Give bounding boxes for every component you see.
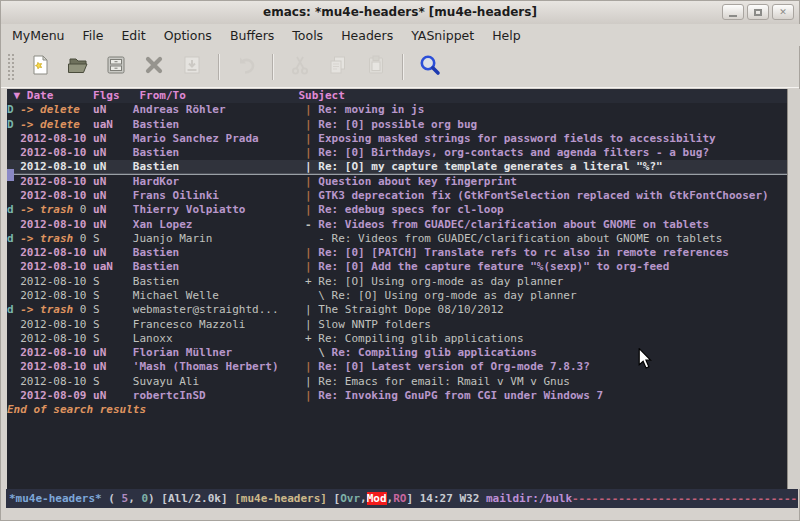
message-row[interactable]: 2012-08-09 uN robertcInSD | Re: Invoking… bbox=[7, 389, 787, 403]
message-row[interactable]: d -> trash 0 uN Thierry Volpiatto | Re: … bbox=[7, 203, 787, 217]
minimize-icon bbox=[729, 15, 737, 17]
modeline-segment: ) bbox=[148, 492, 161, 505]
message-row[interactable]: 2012-08-10 uN 'Mash (Thomas Herbert) | R… bbox=[7, 360, 787, 374]
message-row[interactable]: D -> delete uN Andreas Röhler | Re: movi… bbox=[7, 103, 787, 117]
emacs-window: emacs: *mu4e-headers* [mu4e-headers] ✕ M… bbox=[0, 0, 800, 521]
menu-item-options[interactable]: Options bbox=[155, 26, 221, 45]
search-button[interactable] bbox=[416, 53, 444, 81]
message-row[interactable]: d -> trash 0 S Juanjo Marin - Re: Videos… bbox=[7, 232, 787, 246]
save-button[interactable] bbox=[102, 53, 130, 81]
menu-item-file[interactable]: File bbox=[74, 26, 113, 45]
modeline-segment: Ovr bbox=[340, 492, 360, 505]
header-line: ▼ Date Flgs From/To Subject bbox=[7, 89, 787, 103]
modeline-segment: Mod bbox=[367, 492, 387, 505]
modeline-segment: *mu4e-headers* bbox=[9, 492, 102, 505]
message-row[interactable]: 2012-08-10 S Lanoxx + Re: Compiling glib… bbox=[7, 332, 787, 346]
save-as-icon bbox=[180, 53, 204, 81]
menu-item-headers[interactable]: Headers bbox=[332, 26, 402, 45]
mode-line: *mu4e-headers* ( 5, 0) [All/2.0k] [mu4e-… bbox=[6, 489, 798, 508]
menu-item-edit[interactable]: Edit bbox=[112, 26, 154, 45]
vertical-scrollbar[interactable] bbox=[787, 89, 800, 489]
message-row[interactable]: 2012-08-10 uN Mario Sanchez Prada | Expo… bbox=[7, 132, 787, 146]
cut-icon bbox=[288, 53, 312, 81]
modeline-segment: [All/2.0k] bbox=[161, 492, 234, 505]
modeline-segment: , bbox=[128, 492, 141, 505]
modeline-segment: ( bbox=[102, 492, 122, 505]
new-file-button[interactable] bbox=[26, 53, 54, 81]
modeline-segment: ] bbox=[406, 492, 419, 505]
message-row[interactable]: 2012-08-10 uN Bastien | Re: [0] [PATCH] … bbox=[7, 246, 787, 260]
menu-bar: MyMenuFileEditOptionsBuffersToolsHeaders… bbox=[1, 24, 800, 46]
modeline-segment: RO bbox=[393, 492, 406, 505]
modeline-segment: -------------------------------------- bbox=[572, 492, 798, 505]
menu-item-yasnippet[interactable]: YASnippet bbox=[402, 26, 483, 45]
message-row[interactable]: 2012-08-10 uN Bastien | Re: [0] Birthday… bbox=[7, 146, 787, 160]
text-cursor bbox=[7, 169, 14, 181]
toolbar-separator bbox=[272, 54, 274, 80]
close-icon: ✕ bbox=[779, 1, 787, 23]
modeline-segment: 14:27 W32 bbox=[420, 492, 486, 505]
save-icon bbox=[104, 53, 128, 81]
paste-icon bbox=[364, 53, 388, 81]
message-row[interactable]: D -> delete uaN Bastien | Re: [0] possib… bbox=[7, 118, 787, 132]
open-folder-icon bbox=[66, 53, 90, 81]
maximize-button[interactable] bbox=[747, 4, 769, 20]
menu-item-buffers[interactable]: Buffers bbox=[221, 26, 283, 45]
message-row[interactable]: 2012-08-10 uaN Bastien | Re: [0] Add the… bbox=[7, 260, 787, 274]
toolbar-separator bbox=[402, 54, 404, 80]
message-list: ▼ Date Flgs From/To Subject D -> delete … bbox=[7, 89, 787, 489]
message-row[interactable]: 2012-08-10 uN Florian Müllner \ Re: Comp… bbox=[7, 346, 787, 360]
toolbar-grip[interactable] bbox=[7, 53, 15, 81]
undo-button bbox=[232, 53, 260, 81]
copy-button bbox=[324, 53, 352, 81]
close-button[interactable]: ✕ bbox=[772, 4, 794, 20]
undo-icon bbox=[234, 53, 258, 81]
copy-icon bbox=[326, 53, 350, 81]
close-file-icon bbox=[142, 53, 166, 81]
search-icon bbox=[418, 53, 442, 81]
window-controls: ✕ bbox=[722, 4, 794, 20]
save-as-button bbox=[178, 53, 206, 81]
menu-item-help[interactable]: Help bbox=[483, 26, 530, 45]
end-of-results: End of search results bbox=[7, 403, 787, 417]
window-title: emacs: *mu4e-headers* [mu4e-headers] bbox=[263, 5, 537, 19]
modeline-segment: , bbox=[360, 492, 367, 505]
message-row[interactable]: 2012-08-10 uN HardKor | Question about k… bbox=[7, 175, 787, 189]
paste-button bbox=[362, 53, 390, 81]
titlebar[interactable]: emacs: *mu4e-headers* [mu4e-headers] ✕ bbox=[1, 1, 799, 25]
message-row[interactable]: 2012-08-10 uN Frans Oilinki | GTK3 depre… bbox=[7, 189, 787, 203]
minimize-button[interactable] bbox=[722, 4, 744, 20]
new-file-icon bbox=[28, 53, 52, 81]
open-folder-button[interactable] bbox=[64, 53, 92, 81]
menu-item-tools[interactable]: Tools bbox=[283, 26, 332, 45]
toolbar bbox=[1, 46, 799, 88]
message-row[interactable]: 2012-08-10 S Suvayu Ali | Re: Emacs for … bbox=[7, 375, 787, 389]
rows-container: D -> delete uN Andreas Röhler | Re: movi… bbox=[7, 103, 787, 403]
modeline-segment: maildir:/bulk bbox=[486, 492, 572, 505]
toolbar-separator bbox=[218, 54, 220, 80]
message-row[interactable]: 2012-08-10 S Bastien + Re: [O] Using org… bbox=[7, 275, 787, 289]
menu-item-mymenu[interactable]: MyMenu bbox=[3, 26, 74, 45]
close-file-button[interactable] bbox=[140, 53, 168, 81]
cut-button bbox=[286, 53, 314, 81]
message-row[interactable]: 2012-08-10 uN Xan Lopez - Re: Videos fro… bbox=[7, 218, 787, 232]
message-row[interactable]: 2012-08-10 S Michael Welle \ Re: [O] Usi… bbox=[7, 289, 787, 303]
maximize-icon bbox=[754, 9, 762, 16]
modeline-segment: [mu4e-headers] bbox=[234, 492, 333, 505]
message-row[interactable]: 2012-08-10 uN Bastien | Re: [O] my captu… bbox=[7, 160, 787, 174]
message-row[interactable]: d -> trash 0 S webmaster@straightd... | … bbox=[7, 303, 787, 317]
message-row[interactable]: 2012-08-10 S Francesco Mazzoli | Slow NN… bbox=[7, 318, 787, 332]
